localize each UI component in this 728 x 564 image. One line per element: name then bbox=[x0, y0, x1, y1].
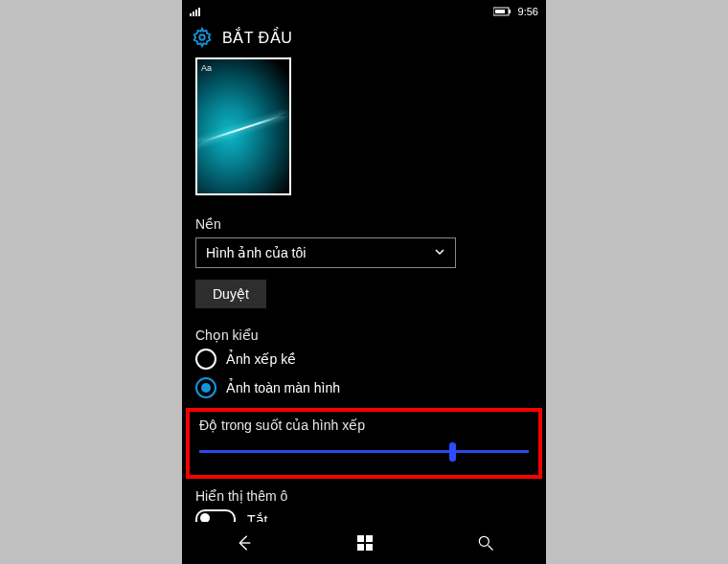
preview-sample-text: Aa bbox=[201, 63, 212, 73]
svg-rect-9 bbox=[357, 535, 364, 542]
radio-icon bbox=[195, 349, 216, 370]
navigation-bar bbox=[182, 522, 546, 564]
transparency-slider[interactable] bbox=[199, 440, 529, 462]
signal-icon bbox=[190, 7, 203, 16]
back-button[interactable] bbox=[233, 532, 254, 553]
search-icon bbox=[476, 533, 495, 553]
svg-point-7 bbox=[199, 34, 205, 40]
phone-frame: 9:56 BẮT ĐẦU Aa Nền Hình ảnh của tôi Duy… bbox=[182, 0, 546, 564]
start-button[interactable] bbox=[355, 533, 375, 553]
style-label: Chọn kiểu bbox=[195, 327, 533, 343]
highlighted-region: Độ trong suốt của hình xếp bbox=[186, 408, 542, 479]
svg-rect-3 bbox=[198, 8, 200, 16]
svg-rect-10 bbox=[366, 535, 373, 542]
windows-icon bbox=[355, 533, 375, 553]
background-label: Nền bbox=[195, 216, 533, 232]
back-arrow-icon bbox=[233, 532, 254, 553]
search-button[interactable] bbox=[476, 533, 495, 553]
status-bar: 9:56 bbox=[182, 0, 546, 21]
page-title: BẮT ĐẦU bbox=[222, 29, 292, 47]
radio-fullscreen-image[interactable]: Ảnh toàn màn hình bbox=[195, 377, 533, 398]
page-header: BẮT ĐẦU bbox=[182, 21, 546, 57]
background-select-value: Hình ảnh của tôi bbox=[206, 245, 306, 260]
radio-label: Ảnh xếp kề bbox=[226, 351, 296, 367]
svg-rect-0 bbox=[190, 13, 192, 16]
svg-rect-6 bbox=[495, 10, 505, 13]
svg-point-13 bbox=[479, 536, 489, 546]
radio-tile-image[interactable]: Ảnh xếp kề bbox=[195, 349, 533, 370]
battery-icon bbox=[493, 7, 512, 16]
background-preview[interactable]: Aa bbox=[195, 57, 291, 195]
svg-rect-11 bbox=[357, 544, 364, 551]
svg-rect-2 bbox=[195, 10, 197, 16]
gear-icon bbox=[192, 27, 213, 48]
svg-line-14 bbox=[489, 546, 493, 551]
svg-rect-12 bbox=[366, 544, 373, 551]
chevron-down-icon bbox=[434, 245, 445, 260]
style-radio-group: Ảnh xếp kề Ảnh toàn màn hình bbox=[195, 349, 533, 398]
background-select[interactable]: Hình ảnh của tôi bbox=[195, 237, 456, 268]
radio-label: Ảnh toàn màn hình bbox=[226, 380, 340, 395]
slider-thumb[interactable] bbox=[449, 442, 456, 462]
svg-rect-5 bbox=[509, 10, 511, 13]
show-more-label: Hiển thị thêm ô bbox=[195, 488, 533, 504]
transparency-label: Độ trong suốt của hình xếp bbox=[199, 417, 529, 433]
svg-rect-1 bbox=[193, 11, 194, 16]
status-time: 9:56 bbox=[518, 6, 538, 17]
browse-button[interactable]: Duyệt bbox=[195, 280, 266, 308]
radio-icon bbox=[195, 377, 216, 398]
